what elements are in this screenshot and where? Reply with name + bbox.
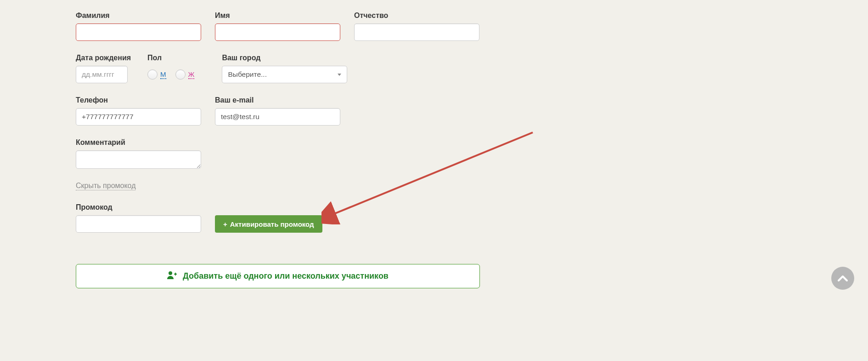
user-plus-icon xyxy=(167,271,177,281)
phone-label: Телефон xyxy=(76,96,201,104)
birthdate-input[interactable] xyxy=(76,66,128,83)
birthdate-label: Дата рождения xyxy=(76,54,131,62)
add-participant-button[interactable]: Добавить ещё одного или нескольких участ… xyxy=(76,264,480,288)
chevron-up-icon xyxy=(838,275,848,281)
scroll-to-top-button[interactable] xyxy=(831,267,854,290)
activate-promo-label: Активировать промокод xyxy=(230,220,314,228)
promo-label: Промокод xyxy=(76,203,201,212)
patronymic-label: Отчество xyxy=(354,11,479,20)
svg-point-0 xyxy=(169,271,172,275)
svg-rect-2 xyxy=(175,273,176,275)
promo-input[interactable] xyxy=(76,215,201,233)
gender-radio-male[interactable] xyxy=(147,69,158,80)
gender-male-label[interactable]: М xyxy=(160,70,166,79)
city-label: Ваш город xyxy=(222,54,347,62)
email-label: Ваш e-mail xyxy=(215,96,340,104)
activate-promo-button[interactable]: +Активировать промокод xyxy=(215,215,322,233)
gender-female-label[interactable]: Ж xyxy=(188,70,195,79)
comment-label: Комментарий xyxy=(76,138,201,147)
plus-icon: + xyxy=(223,220,227,228)
email-input[interactable] xyxy=(215,108,340,126)
promo-toggle-link[interactable]: Скрыть промокод xyxy=(76,182,135,190)
comment-textarea[interactable] xyxy=(76,150,201,169)
lastname-label: Фамилия xyxy=(76,11,201,20)
lastname-input[interactable] xyxy=(76,23,201,41)
gender-label: Пол xyxy=(147,54,194,62)
add-participant-label: Добавить ещё одного или нескольких участ… xyxy=(183,271,389,281)
gender-radio-female[interactable] xyxy=(175,69,186,80)
chevron-down-icon xyxy=(338,74,341,76)
city-select[interactable]: Выберите... xyxy=(222,66,347,83)
phone-input[interactable] xyxy=(76,108,201,126)
firstname-input[interactable] xyxy=(215,23,340,41)
city-select-value: Выберите... xyxy=(228,70,267,79)
firstname-label: Имя xyxy=(215,11,340,20)
patronymic-input[interactable] xyxy=(354,23,479,41)
